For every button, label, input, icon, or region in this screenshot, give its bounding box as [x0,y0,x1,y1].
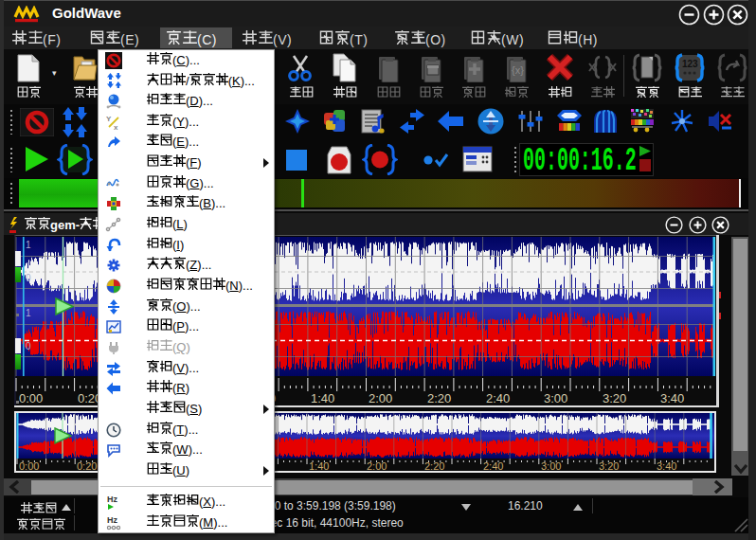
svg-text:Hz: Hz [107,515,117,525]
svg-text:x: x [114,123,118,131]
svg-text:Y: Y [106,115,112,123]
svg-text:Hz: Hz [107,495,117,504]
